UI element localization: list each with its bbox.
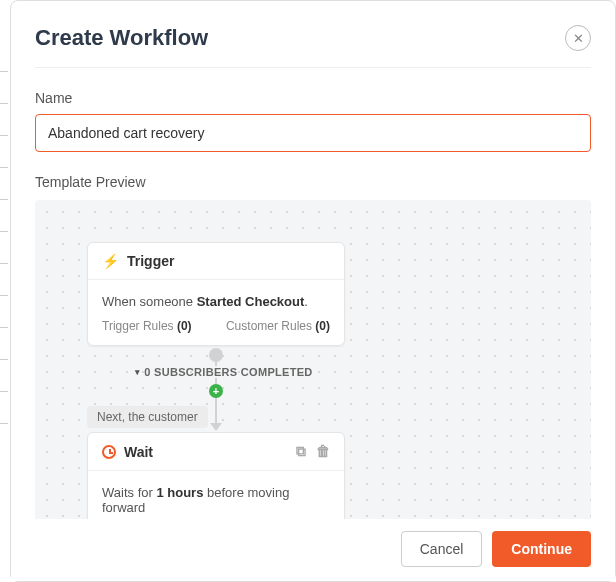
copy-icon[interactable]: ⧉: [296, 443, 306, 460]
add-step-button[interactable]: +: [209, 384, 223, 398]
modal-footer: Cancel Continue: [11, 519, 615, 581]
subscribers-label: SUBSCRIBERS COMPLETED: [151, 366, 313, 378]
customer-rules-count: (0): [315, 319, 330, 333]
trash-icon[interactable]: 🗑: [316, 443, 330, 460]
wait-body-bold: 1 hours: [156, 485, 203, 500]
wait-actions: ⧉ 🗑: [296, 443, 330, 460]
trigger-rules-label: Trigger Rules: [102, 319, 177, 333]
background-ticks: [0, 40, 8, 502]
workflow-name-input[interactable]: [35, 114, 591, 152]
trigger-body: When someone Started Checkout.: [88, 280, 344, 319]
arrowhead-icon: [210, 423, 222, 431]
modal-title: Create Workflow: [35, 25, 208, 51]
modal-header: Create Workflow ✕: [35, 25, 591, 68]
trigger-footer: Trigger Rules (0) Customer Rules (0): [88, 319, 344, 345]
wait-body: Waits for 1 hours before moving forward: [88, 471, 344, 525]
wait-body-prefix: Waits for: [102, 485, 156, 500]
trigger-title: Trigger: [127, 253, 174, 269]
cancel-button[interactable]: Cancel: [401, 531, 483, 567]
wait-node[interactable]: Wait ⧉ 🗑 Waits for 1 hours before moving…: [87, 432, 345, 526]
close-button[interactable]: ✕: [565, 25, 591, 51]
trigger-body-prefix: When someone: [102, 294, 197, 309]
next-customer-chip: Next, the customer: [87, 406, 208, 428]
template-preview-label: Template Preview: [35, 174, 591, 190]
caret-down-icon: ▾: [135, 367, 140, 377]
bolt-icon: ⚡: [102, 253, 119, 269]
trigger-body-suffix: .: [304, 294, 308, 309]
customer-rules-label: Customer Rules: [226, 319, 315, 333]
trigger-rules[interactable]: Trigger Rules (0): [102, 319, 192, 333]
clock-icon: [102, 445, 116, 459]
subscribers-completed[interactable]: ▾ 0 SUBSCRIBERS COMPLETED: [135, 366, 313, 378]
trigger-body-bold: Started Checkout: [197, 294, 305, 309]
plus-icon: +: [213, 386, 219, 397]
trigger-header: ⚡ Trigger: [88, 243, 344, 280]
continue-button[interactable]: Continue: [492, 531, 591, 567]
create-workflow-modal: Create Workflow ✕ Name Template Preview …: [10, 0, 616, 582]
wait-title: Wait: [124, 444, 153, 460]
trigger-rules-count: (0): [177, 319, 192, 333]
close-icon: ✕: [573, 31, 584, 46]
customer-rules[interactable]: Customer Rules (0): [226, 319, 330, 333]
connector-line-1: [215, 352, 217, 366]
trigger-node[interactable]: ⚡ Trigger When someone Started Checkout.…: [87, 242, 345, 346]
wait-header: Wait ⧉ 🗑: [88, 433, 344, 471]
name-label: Name: [35, 90, 591, 106]
